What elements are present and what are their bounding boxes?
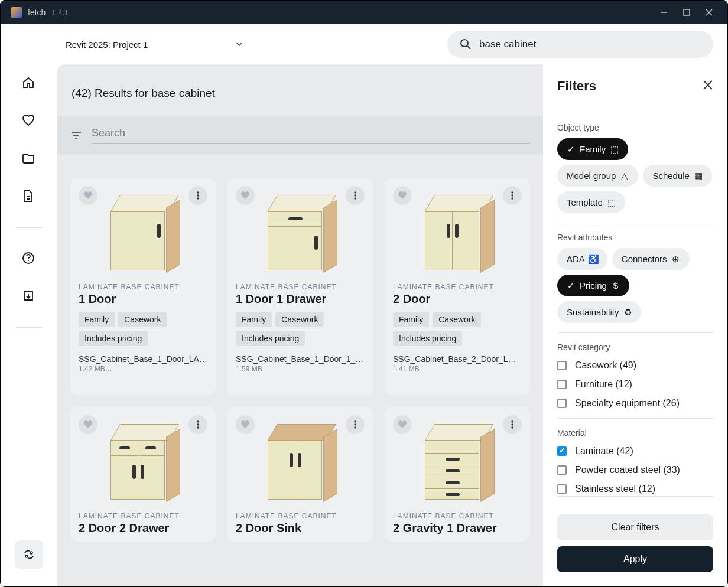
result-card[interactable]: LAMINATE BASE CABINET 2 Door Family Case… [385,178,530,395]
svg-point-18 [511,197,513,199]
badge: Casework [118,312,167,327]
favorite-button[interactable] [236,186,255,205]
import-icon[interactable] [22,289,36,304]
checkbox-stainless[interactable]: Stainless steel (12) [557,484,713,494]
result-card[interactable]: LAMINATE BASE CABINET 2 Gravity 1 Drawer [385,407,530,542]
checkbox-icon [557,484,567,494]
schedule-icon: ▦ [694,172,703,180]
card-title: 2 Door [393,292,522,306]
chip-ada[interactable]: ADA♿ [557,248,607,270]
more-icon [354,420,356,429]
chip-sustainability[interactable]: Sustainability♻ [557,301,641,323]
favorite-button[interactable] [393,415,412,434]
home-icon[interactable] [22,76,36,90]
results-search-input[interactable] [92,127,530,144]
more-button[interactable] [346,186,365,205]
card-title: 1 Door [79,292,207,306]
document-icon[interactable] [22,190,36,204]
clear-filters-button[interactable]: Clear filters [557,514,713,540]
more-button[interactable] [503,186,522,205]
card-title: 2 Door Sink [236,521,365,535]
svg-point-21 [197,426,199,428]
project-name: Revit 2025: Project 1 [66,40,148,50]
folder-icon[interactable] [22,152,36,166]
family-icon: ⬚ [610,145,619,154]
close-button[interactable] [705,8,713,17]
chip-family[interactable]: ✓Family⬚ [557,138,628,160]
result-card[interactable]: LAMINATE BASE CABINET 1 Door Family Case… [70,178,216,395]
category-label: Revit category [557,332,713,352]
svg-point-4 [461,40,468,47]
attributes-label: Revit attributes [557,223,713,242]
dollar-icon: $ [612,282,620,290]
search-icon [460,39,471,50]
heart-icon [398,191,407,200]
search-input[interactable] [479,38,700,50]
result-card[interactable]: LAMINATE BASE CABINET 1 Door 1 Drawer Fa… [228,178,373,395]
search-box[interactable] [447,31,713,58]
template-icon: ⬚ [607,198,616,207]
chip-schedule[interactable]: Schedule▦ [643,165,712,187]
card-title: 2 Door 2 Drawer [79,521,207,535]
more-button[interactable] [188,415,207,434]
svg-point-13 [354,191,356,193]
app-name: fetch [28,8,46,17]
heart-icon [240,420,250,429]
chip-template[interactable]: Template⬚ [557,191,625,213]
filters-title: Filters [557,79,596,94]
check-icon: ✓ [567,145,575,154]
filesize: 1.42 MB… [79,365,207,373]
svg-point-10 [197,191,199,193]
minimize-button[interactable] [660,8,668,17]
checkbox-specialty[interactable]: Specialty equipment (26) [557,398,713,409]
favorites-icon[interactable] [22,114,36,128]
more-icon [511,191,514,200]
svg-point-9 [30,552,32,554]
badge: Casework [433,312,481,327]
checkbox-laminate[interactable]: Laminate (42) [557,446,713,456]
more-button[interactable] [346,415,365,434]
svg-point-24 [354,426,356,428]
checkbox-powder-steel[interactable]: Powder coated steel (33) [557,465,713,475]
sync-icon[interactable] [15,540,43,569]
result-card[interactable]: LAMINATE BASE CABINET 2 Door 2 Drawer [70,407,216,542]
checkbox-casework[interactable]: Casework (49) [557,360,713,371]
filesize: 1.59 MB [236,365,365,373]
svg-point-8 [25,555,28,557]
maximize-button[interactable] [682,8,691,17]
favorite-button[interactable] [79,186,98,205]
card-title: 1 Door 1 Drawer [236,292,365,306]
heart-icon [398,420,407,429]
project-selector[interactable]: Revit 2025: Project 1 [66,40,242,50]
more-button[interactable] [188,186,207,205]
more-button[interactable] [503,415,522,434]
checkbox-icon [557,399,567,408]
card-title: 2 Gravity 1 Drawer [393,521,522,535]
card-category: LAMINATE BASE CABINET [79,283,207,291]
filter-icon[interactable] [70,129,82,141]
more-icon [354,191,356,200]
sidebar [1,64,57,586]
chip-connectors[interactable]: Connectors⊕ [612,248,690,270]
check-icon: ✓ [567,282,575,290]
checkbox-furniture[interactable]: Furniture (12) [557,379,713,390]
svg-rect-1 [684,9,690,15]
result-card[interactable]: LAMINATE BASE CABINET 2 Door Sink [228,407,373,542]
card-category: LAMINATE BASE CABINET [393,283,522,291]
card-category: LAMINATE BASE CABINET [236,283,365,291]
favorite-button[interactable] [393,186,412,205]
svg-point-23 [354,423,356,425]
favorite-button[interactable] [79,415,98,434]
favorite-button[interactable] [236,415,255,434]
checkbox-icon [557,380,567,389]
apply-filters-button[interactable]: Apply [557,546,713,572]
leaf-icon: ♻ [623,308,632,317]
close-filters-button[interactable] [703,80,713,93]
app-version: 1.4.1 [51,8,69,17]
chip-model-group[interactable]: Model group△ [557,165,638,187]
filename: SSG_Cabinet_Base_1_Door_1_… [236,354,365,364]
app-logo-icon [11,7,22,18]
card-category: LAMINATE BASE CABINET [79,512,207,520]
help-icon[interactable] [22,252,36,266]
chip-pricing[interactable]: ✓Pricing$ [557,275,629,296]
